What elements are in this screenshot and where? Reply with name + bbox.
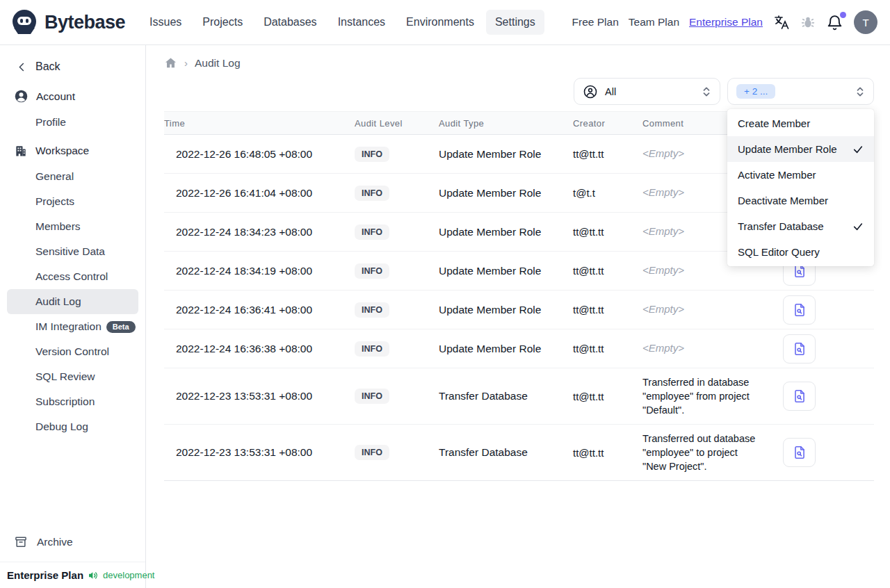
sidebar-item[interactable]: Members [7,214,138,239]
audit-creator: tt@tt.tt [573,304,642,316]
building-icon [14,144,28,158]
menu-item-label: Update Member Role [738,143,837,155]
sidebar-item[interactable]: Profile [7,110,138,135]
bug-report-icon[interactable] [800,15,816,30]
dropdown-menu-item[interactable]: Deactivate Member [727,188,874,213]
sidebar-item-label: Audit Log [35,295,81,308]
top-navigation: Bytebase IssuesProjectsDatabasesInstance… [0,0,890,45]
sidebar-item[interactable]: IM IntegrationBeta [7,314,138,339]
audit-time: 2022-12-23 13:53:31 +08:00 [164,390,355,402]
back-button[interactable]: Back [0,55,145,79]
plan-link[interactable]: Enterprise Plan [689,16,763,28]
settings-sidebar: Back Account Profile Workspace Gene [0,45,146,588]
sidebar-item[interactable]: Audit Log [7,289,138,314]
audit-time: 2022-12-26 16:41:04 +08:00 [164,187,355,199]
sidebar-item-label: Sensitive Data [35,245,105,258]
audit-type-filter-select[interactable]: + 2 ... [727,78,874,105]
home-icon[interactable] [164,56,177,70]
file-search-icon [792,389,807,404]
sidebar-item-label: Projects [35,195,74,208]
sidebar-item[interactable]: Debug Log [7,414,138,439]
audit-type: Update Member Role [439,148,573,161]
audit-creator: t@t.t [573,187,642,199]
account-items: Profile [0,110,145,135]
audit-level-badge: INFO [355,147,389,162]
sidebar-item-label: Members [35,220,81,233]
sidebar-item[interactable]: Access Control [7,264,138,289]
user-avatar[interactable]: T [854,10,877,34]
audit-type: Update Member Role [439,343,573,355]
table-row: 2022-12-23 13:53:31 +08:00 INFO Transfer… [164,368,874,425]
language-translate-icon[interactable] [773,14,790,31]
nav-menu-item[interactable]: Environments [397,10,483,35]
audit-level-badge: INFO [355,389,389,404]
archive-button[interactable]: Archive [0,528,145,556]
sidebar-section-account: Account [0,83,145,110]
chevron-left-icon [17,62,27,72]
sidebar-item[interactable]: Projects [7,189,138,214]
sidebar-item-label: SQL Review [35,370,95,383]
audit-time: 2022-12-24 18:34:19 +08:00 [164,265,355,277]
sidebar-item-label: Subscription [35,395,95,408]
nav-menu-item[interactable]: Settings [486,10,544,35]
sidebar-item[interactable]: Sensitive Data [7,239,138,264]
user-circle-icon [14,89,29,104]
plan-link[interactable]: Free Plan [572,16,619,28]
audit-level-badge: INFO [355,302,389,318]
audit-creator: tt@tt.tt [573,447,642,459]
dropdown-menu-item[interactable]: Transfer Database [727,213,874,239]
speaker-icon [88,570,99,581]
nav-menu-item[interactable]: Databases [254,10,326,35]
audit-creator: tt@tt.tt [573,148,642,160]
breadcrumb: › Audit Log [146,45,890,74]
audit-time: 2022-12-24 16:36:41 +08:00 [164,304,355,316]
sidebar-item-label: Version Control [35,345,109,358]
menu-item-label: Transfer Database [738,220,824,232]
notification-dot [840,12,846,18]
filter-bar: All + 2 ... [146,74,890,105]
checkmark-icon [852,144,864,155]
audit-type: Update Member Role [439,265,573,277]
sidebar-item[interactable]: General [7,164,138,189]
nav-menu-item[interactable]: Issues [140,10,191,35]
file-search-icon [792,445,807,460]
sidebar-item[interactable]: Version Control [7,339,138,364]
plan-link[interactable]: Team Plan [629,16,679,28]
type-filter-count-pill: + 2 ... [736,84,775,99]
column-header: Audit Type [439,118,573,129]
back-label: Back [35,60,60,73]
menu-item-label: SQL Editor Query [738,246,820,258]
menu-item-label: Create Member [738,117,810,129]
view-audit-detail-button[interactable] [783,382,816,411]
sidebar-item[interactable]: SQL Review [7,364,138,389]
audit-level-badge: INFO [355,224,389,240]
bytebase-logo[interactable]: Bytebase [10,8,125,37]
dropdown-menu-item[interactable]: Update Member Role [727,136,874,162]
creator-filter-select[interactable]: All [574,78,720,105]
sidebar-item-label: IM Integration [35,320,102,333]
audit-type: Transfer Database [439,446,573,459]
file-search-icon [792,341,807,357]
audit-type-dropdown-menu: Create Member Update Member Role Activat… [727,109,874,266]
plan-links: Free PlanTeam PlanEnterprise Plan [572,16,763,28]
sidebar-section-workspace: Workspace [0,138,145,164]
environment-label[interactable]: development [103,570,154,580]
dropdown-menu-item[interactable]: Activate Member [727,162,874,188]
nav-menu-item[interactable]: Projects [193,10,252,35]
dropdown-menu-item[interactable]: Create Member [727,111,874,136]
view-audit-detail-button[interactable] [783,334,816,364]
notifications-bell-icon[interactable] [826,14,843,31]
sidebar-item[interactable]: Subscription [7,389,138,414]
view-audit-detail-button[interactable] [783,295,816,325]
brand-name: Bytebase [44,12,125,33]
creator-filter-value: All [605,86,616,97]
audit-comment: Transferred out database "employee" to p… [642,425,769,480]
user-circle-outline-icon [583,84,598,99]
audit-comment: Transferred in database "employee" from … [642,368,769,424]
menu-item-label: Activate Member [738,169,816,181]
nav-menu-item[interactable]: Instances [329,10,394,35]
dropdown-menu-item[interactable]: SQL Editor Query [727,239,874,265]
audit-type: Update Member Role [439,187,573,199]
view-audit-detail-button[interactable] [783,438,816,467]
current-plan-label: Enterprise Plan [7,569,83,581]
